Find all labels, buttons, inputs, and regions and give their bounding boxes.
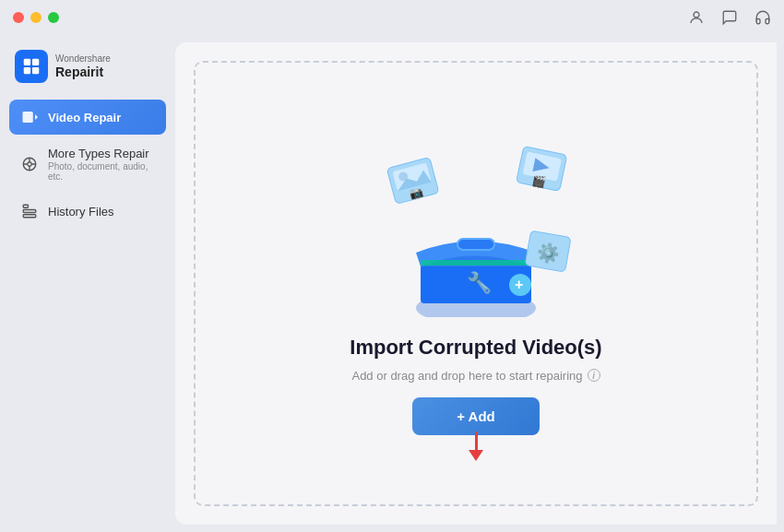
sidebar-item-history-files-label: History Files — [48, 205, 114, 219]
chat-icon[interactable] — [721, 9, 738, 26]
sidebar-item-video-repair-label: Video Repair — [48, 111, 121, 124]
sidebar-item-more-types-repair[interactable]: More Types Repair Photo, document, audio… — [9, 138, 166, 190]
svg-text:🔧: 🔧 — [467, 270, 493, 295]
svg-rect-4 — [32, 67, 39, 74]
svg-point-0 — [694, 12, 699, 18]
svg-rect-13 — [23, 205, 28, 207]
svg-rect-1 — [24, 59, 30, 65]
svg-rect-15 — [23, 215, 36, 218]
info-icon[interactable]: i — [588, 369, 600, 382]
close-button[interactable] — [13, 12, 24, 23]
traffic-lights — [13, 12, 59, 23]
svg-rect-14 — [23, 210, 36, 213]
history-files-icon — [20, 202, 39, 220]
sidebar: Wondershare Repairit Video Repair — [0, 35, 175, 532]
minimize-button[interactable] — [30, 12, 42, 23]
more-types-icon — [20, 155, 39, 173]
sidebar-item-more-types-sublabel: Photo, document, audio, etc. — [48, 161, 155, 182]
svg-rect-2 — [32, 59, 39, 65]
illustration: 🔧 + 📷 — [374, 133, 577, 317]
video-repair-icon — [20, 108, 39, 126]
logo-area: Wondershare Repairit — [9, 44, 166, 96]
add-button[interactable]: + Add — [412, 397, 540, 435]
import-subtitle: Add or drag and drop here to start repai… — [351, 369, 600, 383]
svg-rect-23 — [421, 260, 531, 266]
arrow-head — [469, 450, 483, 461]
svg-text:🎬: 🎬 — [530, 172, 547, 189]
more-types-text: More Types Repair Photo, document, audio… — [48, 147, 155, 182]
svg-rect-3 — [24, 67, 30, 74]
arrow-shaft — [475, 432, 478, 450]
import-title: Import Corrupted Video(s) — [350, 336, 601, 360]
logo-brand: Wondershare — [55, 53, 111, 65]
sidebar-item-history-files[interactable]: History Files — [9, 194, 166, 229]
title-bar-icons — [688, 9, 771, 26]
arrow-indicator — [469, 432, 483, 461]
sidebar-item-video-repair[interactable]: Video Repair — [9, 100, 166, 135]
svg-point-8 — [28, 162, 32, 167]
logo-icon — [15, 50, 48, 83]
title-bar — [0, 0, 784, 35]
add-button-wrapper: + Add — [412, 392, 540, 435]
app-body: Wondershare Repairit Video Repair — [0, 35, 784, 532]
sidebar-item-more-types-label: More Types Repair — [48, 147, 155, 160]
content-area: 🔧 + 📷 — [175, 42, 777, 525]
svg-rect-19 — [457, 239, 494, 250]
svg-rect-5 — [23, 112, 33, 123]
maximize-button[interactable] — [48, 12, 59, 23]
headset-icon[interactable] — [754, 9, 771, 26]
user-icon[interactable] — [688, 9, 705, 26]
drop-zone[interactable]: 🔧 + 📷 — [194, 61, 758, 506]
logo-text: Wondershare Repairit — [55, 53, 111, 80]
svg-marker-6 — [35, 114, 38, 120]
svg-text:+: + — [515, 277, 523, 292]
logo-name: Repairit — [55, 65, 111, 80]
